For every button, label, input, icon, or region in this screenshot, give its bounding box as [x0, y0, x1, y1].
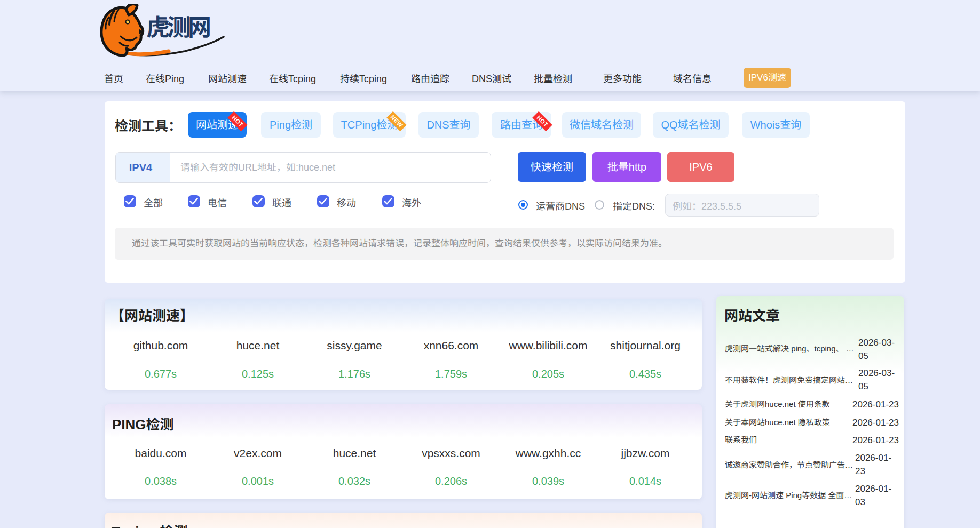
svg-text:虎测网: 虎测网	[146, 9, 210, 43]
